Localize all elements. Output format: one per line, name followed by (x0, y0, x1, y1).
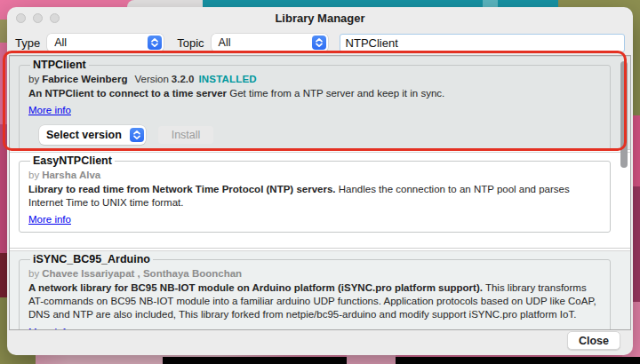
library-manager-dialog: Library Manager Type All Topic All NTPCl… (7, 7, 633, 355)
install-controls: Select version Install (32, 125, 603, 145)
library-name: NTPClient (30, 59, 89, 71)
scrollbar-track[interactable] (617, 56, 630, 329)
titlebar: Library Manager (7, 7, 633, 30)
author-name: Chavee Issariyapat , Sonthaya Boonchan (42, 268, 242, 279)
close-button[interactable]: Close (567, 331, 620, 350)
search-input[interactable] (340, 34, 625, 52)
library-description: Library to read time from Network Time P… (28, 183, 603, 210)
library-card: EasyNTPClient byHarsha Alva Library to r… (19, 154, 611, 233)
library-description: A network library for BC95 NB-IOT module… (28, 281, 603, 322)
library-name: iSYNC_BC95_Arduino (30, 253, 153, 265)
library-name: EasyNTPClient (30, 154, 115, 167)
list-item-easyntpclient[interactable]: EasyNTPClient byHarsha Alva Library to r… (10, 152, 630, 249)
scrollbar-thumb[interactable] (620, 61, 628, 168)
description-summary: A network library for BC95 NB-IOT module… (28, 282, 483, 293)
filter-bar: Type All Topic All (7, 30, 633, 55)
topic-dropdown-value: All (219, 36, 231, 49)
description-summary: An NTPClient to connect to a time server (28, 88, 227, 99)
more-info-link[interactable]: More info (28, 214, 71, 225)
library-list: NTPClient byFabrice WeinbergVersion3.2.0… (9, 55, 631, 330)
library-card: NTPClient byFabrice WeinbergVersion3.2.0… (19, 59, 611, 151)
library-meta: byFabrice WeinbergVersion3.2.0INSTALLED (28, 74, 603, 84)
library-meta: byHarsha Alva (28, 170, 603, 180)
chevron-up-down-icon (130, 128, 144, 142)
list-item-ntpclient[interactable]: NTPClient byFabrice WeinbergVersion3.2.0… (10, 56, 630, 150)
topic-dropdown[interactable]: All (212, 34, 328, 51)
version-number: 3.2.0 (172, 74, 195, 84)
by-label: by (28, 268, 39, 279)
author-name: Harsha Alva (42, 170, 100, 180)
installed-badge: INSTALLED (198, 74, 256, 84)
more-info-link[interactable]: More info (28, 327, 71, 330)
chevron-up-down-icon (148, 36, 162, 50)
type-dropdown[interactable]: All (47, 34, 164, 51)
description-summary: Library to read time from Network Time P… (28, 184, 336, 194)
version-label: Version (134, 74, 168, 84)
library-description: An NTPClient to connect to a time server… (28, 87, 603, 100)
install-button[interactable]: Install (158, 126, 213, 144)
select-version-dropdown[interactable]: Select version (39, 125, 146, 145)
by-label: by (28, 170, 39, 180)
description-body: Get time from a NTP server and keep it i… (229, 88, 444, 99)
type-label: Type (15, 36, 40, 50)
type-dropdown-value: All (54, 36, 67, 49)
topic-label: Topic (177, 36, 204, 50)
background-flower-patch (347, 355, 396, 364)
select-version-value: Select version (46, 129, 122, 141)
window-title: Library Manager (7, 12, 633, 25)
library-card: iSYNC_BC95_Arduino byChavee Issariyapat … (19, 253, 611, 330)
library-meta: byChavee Issariyapat , Sonthaya Boonchan (28, 268, 603, 279)
author-name: Fabrice Weinberg (42, 74, 127, 84)
list-item-isync-bc95-arduino[interactable]: iSYNC_BC95_Arduino byChavee Issariyapat … (10, 250, 630, 330)
background-black-strip (163, 357, 640, 364)
chevron-up-down-icon (312, 36, 326, 50)
more-info-link[interactable]: More info (28, 105, 71, 115)
by-label: by (28, 74, 39, 84)
